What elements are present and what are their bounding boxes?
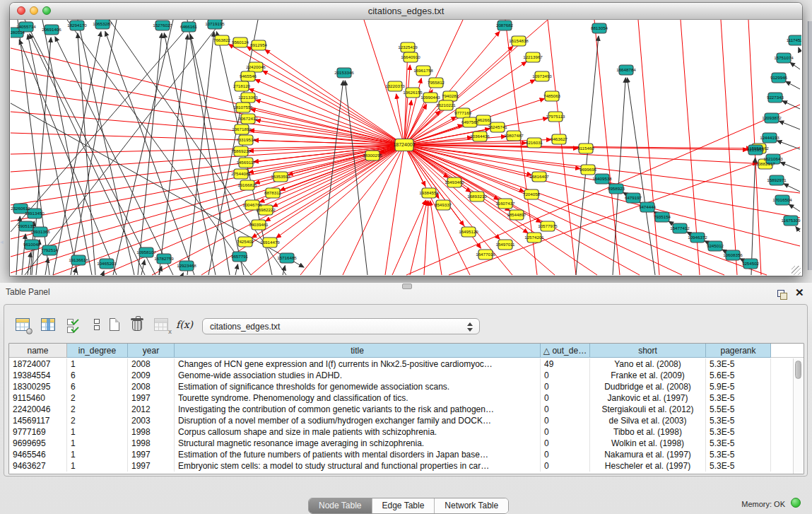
table-cell[interactable]: 1997 xyxy=(128,460,175,472)
table-cell[interactable]: 0 xyxy=(541,449,590,460)
table-cell[interactable]: 2 xyxy=(67,392,128,404)
table-cell[interactable]: Stergiakouli et al. (2012) xyxy=(590,404,706,415)
column-header-pagerank[interactable]: pagerank xyxy=(706,344,771,358)
new-column-button[interactable] xyxy=(107,317,125,335)
table-cell[interactable]: Investigating the contribution of common… xyxy=(175,404,541,415)
table-cell[interactable]: 5.3E-5 xyxy=(706,358,771,370)
table-cell[interactable]: Franke et al. (2009) xyxy=(590,370,706,381)
table-cell[interactable]: 2 xyxy=(67,415,128,426)
table-cell[interactable]: 5.3E-5 xyxy=(706,426,771,438)
table-cell[interactable]: 2 xyxy=(67,404,128,415)
table-cell[interactable]: 49 xyxy=(541,358,590,370)
table-cell[interactable]: 1998 xyxy=(128,438,175,449)
table-cell[interactable]: 18724007 xyxy=(9,358,67,370)
table-cell[interactable]: Embryonic stem cells: a model to study s… xyxy=(175,460,541,472)
table-cell[interactable]: 0 xyxy=(541,370,590,381)
float-window-icon[interactable] xyxy=(777,290,787,299)
table-cell[interactable]: Jankovic et al. (1997) xyxy=(590,392,706,404)
function-builder-button[interactable]: f(x) xyxy=(176,319,193,330)
table-selector-dropdown[interactable]: citations_edges.txt xyxy=(202,318,480,334)
column-header-year[interactable]: year xyxy=(128,344,175,358)
table-cell[interactable]: 22420046 xyxy=(9,404,67,415)
table-cell[interactable]: 1 xyxy=(67,438,128,449)
table-cell[interactable]: 0 xyxy=(541,404,590,415)
table-cell[interactable]: 2008 xyxy=(128,381,175,392)
table-cell[interactable]: 9463627 xyxy=(9,460,67,472)
table-cell[interactable]: 0 xyxy=(541,460,590,472)
table-cell[interactable]: Structural magnetic resonance image aver… xyxy=(175,438,541,449)
table-cell[interactable]: 9777169 xyxy=(9,426,67,438)
table-cell[interactable]: 14569117 xyxy=(9,415,67,426)
table-cell[interactable]: Estimation of significance thresholds fo… xyxy=(175,381,541,392)
table-cell[interactable]: 0 xyxy=(541,415,590,426)
delete-column-button[interactable] xyxy=(129,317,148,335)
table-cell[interactable]: 1 xyxy=(67,358,128,370)
column-header-out_de[interactable]: △ out_de… xyxy=(541,344,590,358)
column-header-name[interactable]: name xyxy=(9,344,67,358)
table-cell[interactable]: 5.3E-5 xyxy=(706,415,771,426)
table-cell[interactable]: Tourette syndrome. Phenomenology and cla… xyxy=(175,392,541,404)
table-cell[interactable]: Yano et al. (2008) xyxy=(590,358,706,370)
network-graph: 1872400712325419166409101696175879558121… xyxy=(11,20,801,276)
panel-divider-handle[interactable] xyxy=(402,284,412,289)
table-cell[interactable]: 9699695 xyxy=(9,438,67,449)
scrollbar-thumb[interactable] xyxy=(795,361,801,379)
table-cell[interactable]: 0 xyxy=(541,438,590,449)
row-selection-button[interactable] xyxy=(88,317,107,335)
table-cell[interactable]: Dudbridge et al. (2008) xyxy=(590,381,706,392)
table-cell[interactable]: 2009 xyxy=(128,370,175,381)
memory-indicator-icon[interactable] xyxy=(791,498,801,508)
delete-table-button[interactable]: x xyxy=(153,317,172,335)
tab-node-table[interactable]: Node Table xyxy=(309,498,372,513)
table-cell[interactable]: Tibbo et al. (1998) xyxy=(590,426,706,438)
tab-network-table[interactable]: Network Table xyxy=(434,498,508,513)
table-cell[interactable]: 5.5E-5 xyxy=(706,404,771,415)
table-cell[interactable]: 5.6E-5 xyxy=(706,370,771,381)
select-all-rows-button[interactable] xyxy=(66,317,84,335)
table-cell[interactable]: 5.9E-5 xyxy=(706,381,771,392)
table-cell[interactable]: Changes of HCN gene expression and I(f) … xyxy=(175,358,541,370)
table-cell[interactable]: 5.3E-5 xyxy=(706,449,771,460)
table-cell[interactable]: 9115460 xyxy=(9,392,67,404)
table-cell[interactable]: 1997 xyxy=(128,392,175,404)
table-cell[interactable]: 2008 xyxy=(128,358,175,370)
table-vertical-scrollbar[interactable] xyxy=(793,358,804,474)
table-cell[interactable]: 1 xyxy=(67,460,128,472)
panel-collapse-arrow-icon[interactable]: ◂ xyxy=(0,238,6,246)
tab-edge-table[interactable]: Edge Table xyxy=(372,498,435,513)
table-settings-button[interactable] xyxy=(15,317,33,335)
table-cell[interactable]: 5.3E-5 xyxy=(706,438,771,449)
table-cell[interactable]: 6 xyxy=(67,381,128,392)
network-window-titlebar[interactable]: citations_edges.txt xyxy=(10,3,802,20)
table-cell[interactable]: Wolkin et al. (1998) xyxy=(590,438,706,449)
table-cell[interactable]: Hescheler et al. (1997) xyxy=(590,460,706,472)
table-cell[interactable]: 1997 xyxy=(128,449,175,460)
table-cell[interactable]: 0 xyxy=(541,392,590,404)
table-cell[interactable]: 19384554 xyxy=(9,370,67,381)
table-cell[interactable]: de Silva et al. (2003) xyxy=(590,415,706,426)
table-cell[interactable]: 5.3E-5 xyxy=(706,392,771,404)
table-cell[interactable]: 1 xyxy=(67,449,128,460)
table-cell[interactable]: 18300295 xyxy=(9,381,67,392)
window-resize-grip[interactable] xyxy=(792,266,801,275)
show-columns-button[interactable] xyxy=(40,317,59,335)
table-cell[interactable]: 2003 xyxy=(128,415,175,426)
column-header-in_degree[interactable]: in_degree xyxy=(67,344,128,358)
close-panel-icon[interactable]: ✕ xyxy=(795,286,804,299)
table-cell[interactable]: 6 xyxy=(67,370,128,381)
table-cell[interactable]: 2012 xyxy=(128,404,175,415)
network-canvas[interactable]: 1872400712325419166409101696175879558121… xyxy=(11,20,801,276)
table-cell[interactable]: Genome-wide association studies in ADHD. xyxy=(175,370,541,381)
table-cell[interactable]: Corpus callosum shape and size in male p… xyxy=(175,426,541,438)
table-cell[interactable]: 0 xyxy=(541,426,590,438)
table-cell[interactable]: 0 xyxy=(541,381,590,392)
table-cell[interactable]: Estimation of the future numbers of pati… xyxy=(175,449,541,460)
column-header-short[interactable]: short xyxy=(590,344,706,358)
table-cell[interactable]: 5.3E-5 xyxy=(706,460,771,472)
table-cell[interactable]: 1 xyxy=(67,426,128,438)
table-cell[interactable]: 9465546 xyxy=(9,449,67,460)
table-cell[interactable]: Disruption of a novel member of a sodium… xyxy=(175,415,541,426)
column-header-title[interactable]: title xyxy=(175,344,541,358)
table-cell[interactable]: 1998 xyxy=(128,426,175,438)
table-cell[interactable]: Nakamura et al. (1997) xyxy=(590,449,706,460)
